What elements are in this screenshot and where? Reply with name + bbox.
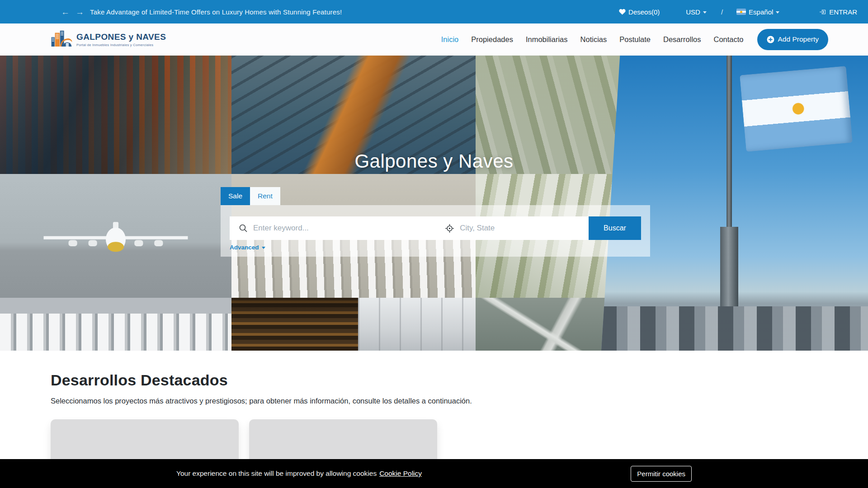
nav-item-contacto[interactable]: Contacto (713, 35, 743, 44)
brand-tagline: Portal de Inmuebles Industriales y Comer… (76, 43, 166, 47)
plus-circle-icon (767, 36, 774, 43)
cargo-plane-graphic (41, 218, 190, 258)
search-tabs: Sale Rent (221, 187, 650, 205)
crosshair-location-icon[interactable] (445, 224, 454, 233)
argentina-flag-icon (736, 9, 746, 15)
tab-rent[interactable]: Rent (250, 187, 280, 205)
language-label: Español (749, 8, 773, 16)
announcement-next-icon[interactable]: → (75, 8, 84, 16)
cookie-consent-content: Your experience on this site will be imp… (176, 459, 692, 488)
main-header: GALPONES y NAVES Portal de Inmuebles Ind… (0, 23, 868, 56)
brand-logo[interactable]: GALPONES y NAVES Portal de Inmuebles Ind… (51, 30, 166, 49)
keyword-segment (230, 216, 436, 240)
hero-photo-warehouse-interior (358, 298, 476, 351)
section-heading: Desarrollos Destacados (51, 371, 868, 389)
login-icon (819, 9, 826, 15)
argentina-flag-graphic (740, 66, 853, 152)
hero-section: Galpones y Naves Sale Rent (0, 56, 868, 351)
announcement-prev-icon[interactable]: ← (61, 8, 70, 16)
currency-dropdown[interactable]: USD (686, 8, 707, 16)
search-panel: Buscar Advanced (221, 205, 650, 257)
search-icon (239, 224, 248, 233)
nav-item-desarrollos[interactable]: Desarrollos (663, 35, 701, 44)
advanced-label: Advanced (230, 244, 259, 251)
cookie-policy-link[interactable]: Cookie Policy (379, 469, 422, 478)
add-property-button[interactable]: Add Property (757, 29, 828, 50)
brand-text: GALPONES y NAVES Portal de Inmuebles Ind… (76, 32, 166, 47)
hero-title: Galpones y Naves (0, 150, 868, 172)
language-dropdown[interactable]: Español (736, 8, 779, 16)
property-search-widget: Sale Rent (221, 187, 650, 257)
nav-item-propiedades[interactable]: Propiedades (471, 35, 513, 44)
chevron-down-icon (703, 11, 707, 14)
advanced-search-toggle[interactable]: Advanced (230, 244, 265, 251)
location-input[interactable] (460, 224, 589, 233)
wishlist-link[interactable]: Deseos(0) (619, 8, 660, 16)
flag-pole-base-graphic (720, 227, 738, 310)
allow-cookies-button[interactable]: Permitir cookies (631, 466, 692, 482)
add-property-label: Add Property (778, 35, 819, 43)
currency-label: USD (686, 8, 700, 16)
industrial-skyline-graphic (601, 306, 868, 351)
tab-sale[interactable]: Sale (221, 187, 250, 205)
chevron-down-icon (776, 11, 779, 14)
location-segment (436, 216, 589, 240)
section-subheading: Seleccionamos los proyectos más atractiv… (51, 397, 868, 405)
keyword-input[interactable] (253, 224, 436, 233)
login-label: ENTRAR (829, 8, 857, 16)
topbar-divider: / (721, 8, 723, 16)
page: ← → Take Advantage of Limited-Time Offer… (0, 0, 868, 488)
topbar-actions: Deseos(0) USD / Español ENTRAR (619, 8, 857, 16)
nav-item-noticias[interactable]: Noticias (580, 35, 607, 44)
hero-photo-warehouse-racks (231, 298, 358, 351)
nav-item-postulate[interactable]: Postulate (619, 35, 651, 44)
hero-photo-truck-fleet (0, 298, 231, 351)
brand-name: GALPONES y NAVES (76, 32, 166, 42)
wishlist-label: Deseos(0) (628, 8, 660, 16)
search-bar: Buscar (230, 216, 641, 240)
top-announcement-bar: ← → Take Advantage of Limited-Time Offer… (0, 0, 868, 23)
heart-icon (619, 9, 626, 15)
search-submit-button[interactable]: Buscar (589, 216, 641, 240)
login-link[interactable]: ENTRAR (819, 8, 857, 16)
announcement-carousel: ← → Take Advantage of Limited-Time Offer… (61, 8, 342, 16)
main-nav: Inicio Propiedades Inmobiliarias Noticia… (441, 35, 744, 44)
nav-item-inmobiliarias[interactable]: Inmobiliarias (526, 35, 568, 44)
cookie-consent-bar: Your experience on this site will be imp… (0, 459, 868, 488)
cookie-message: Your experience on this site will be imp… (176, 469, 377, 478)
announcement-text: Take Advantage of Limited-Time Offers on… (90, 8, 342, 16)
brand-logo-icon (51, 30, 72, 49)
nav-item-inicio[interactable]: Inicio (441, 35, 459, 44)
chevron-down-icon (262, 247, 265, 249)
hero-photo-cargo-plane (0, 174, 231, 298)
